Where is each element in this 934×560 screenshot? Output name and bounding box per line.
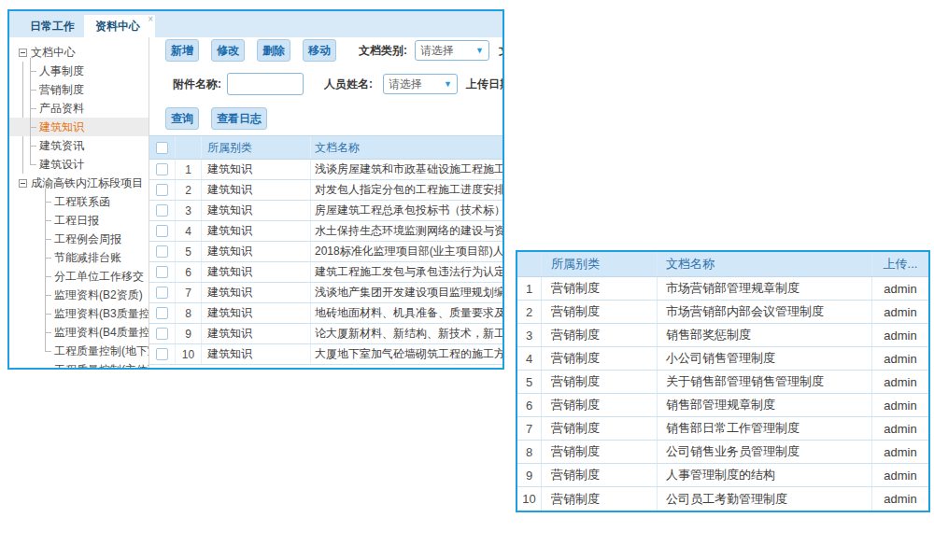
- delete-button[interactable]: 删除: [257, 39, 290, 62]
- row-checkbox[interactable]: [156, 348, 168, 360]
- table-row[interactable]: 4营销制度小公司销售管理制度admin: [517, 347, 928, 371]
- doc-name-header-cell: 文档名称: [311, 136, 502, 159]
- add-button[interactable]: 新增: [165, 39, 199, 62]
- row-checkbox[interactable]: [156, 204, 168, 217]
- row-uploader: admin: [872, 371, 928, 393]
- table-row[interactable]: 6建筑知识建筑工程施工发包与承包违法行为认定...: [149, 262, 502, 283]
- sidebar-item[interactable]: 人事制度: [9, 62, 149, 80]
- sidebar-item-label: 工程质量控制(主体): [54, 362, 149, 369]
- row-checkbox[interactable]: [156, 245, 168, 258]
- table-row[interactable]: 1建筑知识浅谈房屋建筑和市政基础设施工程施工...: [149, 160, 502, 180]
- sidebar-item[interactable]: 分工单位工作移交: [9, 267, 149, 286]
- sidebar-item-label: 分工单位工作移交: [54, 269, 144, 285]
- table-row[interactable]: 5建筑知识2018标准化监理项目部(业主项目部)人员...: [149, 242, 502, 262]
- row-uploader: admin: [872, 417, 928, 440]
- collapse-icon[interactable]: [19, 179, 27, 188]
- sidebar-item[interactable]: 营销制度: [9, 80, 149, 99]
- sidebar-item[interactable]: 节能减排台账: [9, 248, 149, 267]
- collapse-icon[interactable]: [19, 49, 27, 57]
- table-row[interactable]: 8建筑知识地砖地面材料、机具准备、质量要求及...: [149, 303, 502, 324]
- table-row[interactable]: 3建筑知识房屋建筑工程总承包投标书（技术标）...: [149, 201, 502, 221]
- table-row[interactable]: 2营销制度市场营销部内部会议管理制度admin: [517, 301, 928, 324]
- row-category: 建筑知识: [202, 303, 311, 323]
- doc-name-filter-label-clipped: 文档: [499, 43, 502, 59]
- row-category: 营销制度: [542, 347, 658, 370]
- row-number: 2: [176, 180, 202, 200]
- row-number: 2: [517, 301, 542, 323]
- sidebar-item[interactable]: 工程例会周报: [9, 230, 149, 248]
- row-number: 6: [517, 394, 542, 416]
- tree-connector: [30, 164, 36, 165]
- row-category: 营销制度: [542, 487, 658, 511]
- tree-connector: [45, 314, 51, 315]
- tab-data-center[interactable]: 资料中心 ×: [84, 15, 155, 37]
- modify-button[interactable]: 修改: [211, 39, 245, 62]
- row-number: 5: [176, 242, 202, 261]
- row-number: 8: [517, 441, 542, 463]
- row-number: 5: [517, 371, 542, 393]
- sidebar-item[interactable]: 建筑资讯: [9, 136, 149, 155]
- person-name-label: 人员姓名:: [324, 77, 373, 92]
- table-row[interactable]: 6营销制度销售部管理规章制度admin: [517, 394, 928, 417]
- row-category: 建筑知识: [202, 283, 311, 302]
- table-row[interactable]: 1营销制度市场营销部管理规章制度admin: [517, 277, 928, 301]
- select-all-checkbox[interactable]: [156, 142, 168, 154]
- table-row[interactable]: 7营销制度销售部日常工作管理制度admin: [517, 417, 928, 441]
- sidebar-item[interactable]: 建筑知识: [9, 118, 149, 136]
- row-checkbox[interactable]: [156, 307, 168, 319]
- sidebar-item[interactable]: 监理资料(B3质量控制): [9, 304, 149, 323]
- table-row[interactable]: 10建筑知识大厦地下室加气砼墙砌筑工程的施工方...: [149, 344, 502, 365]
- sidebar-item[interactable]: 工程联系函: [9, 192, 149, 211]
- sidebar-item[interactable]: 建筑设计: [9, 155, 149, 174]
- row-checkbox[interactable]: [156, 184, 168, 196]
- table-row[interactable]: 10营销制度公司员工考勤管理制度admin: [517, 487, 928, 511]
- tab-daily-work[interactable]: 日常工作: [21, 15, 84, 37]
- chevron-down-icon: ▼: [475, 46, 484, 55]
- close-icon[interactable]: ×: [148, 15, 153, 24]
- table-row[interactable]: 9建筑知识论大厦新材料、新结构、新技术，新工...: [149, 324, 502, 344]
- sidebar-item-label: 工程质量控制(地下室): [54, 343, 149, 359]
- sidebar-item[interactable]: 监理资料(B4质量控制): [9, 323, 149, 342]
- table-row[interactable]: 4建筑知识水土保持生态环境监测网络的建设与资...: [149, 221, 502, 242]
- tree-connector: [30, 71, 36, 72]
- row-number: 8: [176, 303, 202, 323]
- category-header-cell: 所属别类: [542, 252, 658, 276]
- table-row[interactable]: 8营销制度公司销售业务员管理制度admin: [517, 441, 928, 464]
- view-log-button[interactable]: 查看日志: [211, 107, 267, 130]
- move-button[interactable]: 移动: [303, 39, 336, 62]
- toolbar-row-1: 新增 修改 删除 移动 文档类别: 请选择 ▼ 文档: [149, 39, 502, 62]
- table-row[interactable]: 3营销制度销售部奖惩制度admin: [517, 324, 928, 347]
- person-name-select[interactable]: 请选择 ▼: [383, 74, 458, 94]
- doc-category-select[interactable]: 请选择 ▼: [415, 40, 489, 61]
- table-row[interactable]: 5营销制度关于销售部管理销售管理制度admin: [517, 371, 928, 394]
- row-number: 10: [176, 344, 202, 364]
- sidebar-item-label: 节能减排台账: [54, 250, 121, 266]
- sidebar-item-label: 监理资料(B3质量控制): [54, 306, 149, 322]
- sidebar-item[interactable]: 产品资料: [9, 99, 149, 118]
- tree-group-root[interactable]: 成渝高铁内江标段项目: [9, 174, 149, 192]
- toolbar-row-3: 查询 查看日志: [149, 107, 502, 130]
- row-doc-name: 房屋建筑工程总承包投标书（技术标）...: [311, 201, 502, 220]
- row-doc-name: 小公司销售管理制度: [658, 347, 872, 370]
- row-category: 建筑知识: [202, 344, 311, 364]
- query-button[interactable]: 查询: [165, 107, 199, 130]
- row-checkbox[interactable]: [156, 163, 168, 175]
- sidebar-item[interactable]: 工程质量控制(地下室): [9, 342, 149, 360]
- table-row[interactable]: 2建筑知识对发包人指定分包的工程施工进度安排...: [149, 180, 502, 201]
- attachment-name-input[interactable]: [227, 73, 304, 95]
- sidebar-item[interactable]: 工程日报: [9, 211, 149, 230]
- number-header-cell: [517, 252, 542, 276]
- table-row[interactable]: 7建筑知识浅谈地产集团开发建设项目监理规划编...: [149, 283, 502, 303]
- row-number: 1: [517, 277, 542, 300]
- tree-connector: [30, 127, 36, 128]
- row-category: 建筑知识: [202, 242, 311, 261]
- row-checkbox[interactable]: [156, 328, 168, 340]
- sidebar-item[interactable]: 工程质量控制(主体): [9, 360, 149, 368]
- row-checkbox[interactable]: [156, 225, 168, 237]
- sidebar-item[interactable]: 监理资料(B2资质): [9, 286, 149, 304]
- toolbar-row-2: 附件名称: 人员姓名: 请选择 ▼ 上传日期: [149, 72, 502, 96]
- row-checkbox[interactable]: [156, 266, 168, 278]
- row-doc-name: 对发包人指定分包的工程施工进度安排...: [311, 180, 502, 200]
- row-checkbox[interactable]: [156, 287, 168, 299]
- table-row[interactable]: 9营销制度人事管理制度的结构admin: [517, 464, 928, 487]
